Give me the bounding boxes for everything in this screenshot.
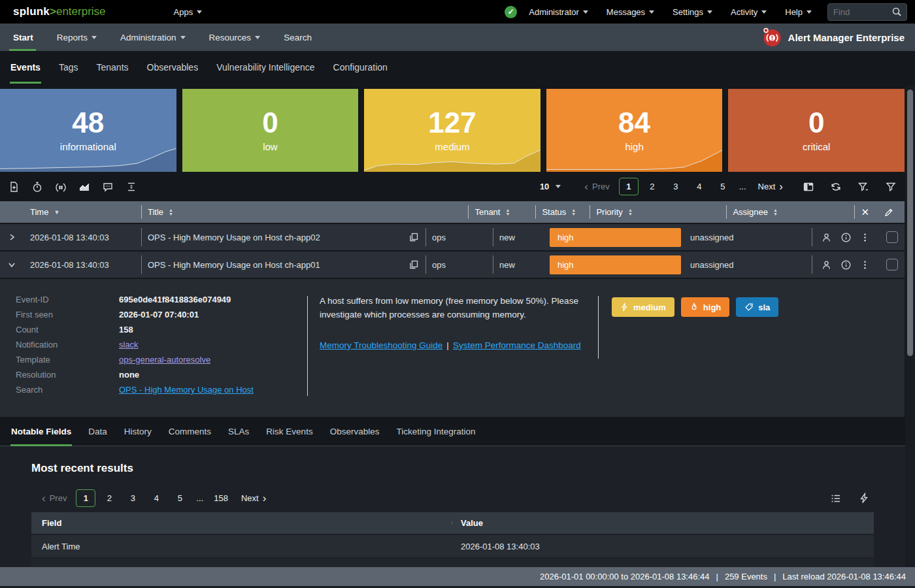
nav-item-reports[interactable]: Reports [45,24,108,51]
settings-label: Settings [673,7,703,17]
timer-icon[interactable] [29,178,46,195]
activity-menu[interactable]: Activity [722,0,776,24]
nav-item-start[interactable]: Start [0,24,45,51]
description-text: A host suffers from low memory (free mem… [320,295,581,322]
trend-chart-icon[interactable] [76,178,93,195]
scrollbar-track[interactable] [905,86,915,567]
tab-ticketing-integration[interactable]: Ticketing Integration [388,417,484,446]
help-menu[interactable]: Help [776,0,821,24]
tab-configuration[interactable]: Configuration [324,51,397,84]
tab-tenants[interactable]: Tenants [88,51,138,84]
next-page-button[interactable]: Next › [236,493,271,504]
page-5-button[interactable]: 5 [170,490,190,506]
kpi-card-medium[interactable]: 127 medium [364,89,541,172]
tab-comments[interactable]: Comments [160,417,220,446]
nav-item-administration[interactable]: Administration [108,24,197,51]
more-actions-icon[interactable] [859,232,871,243]
edit-columns-icon[interactable] [884,207,894,218]
prev-page-button[interactable]: ‹ Prev [37,493,72,504]
clear-filter-icon[interactable] [855,178,872,195]
assign-user-icon[interactable] [821,259,832,270]
tab-notable-fields[interactable]: Notable Fields [3,417,80,446]
row-checkbox[interactable] [886,259,898,270]
column-header-tenant[interactable]: Tenant ▲▼ [468,201,535,223]
row-checkbox[interactable] [886,231,898,243]
tag-sla-button[interactable]: sla [736,297,778,317]
collapse-rows-icon[interactable] [123,178,140,195]
account-menu[interactable]: Administrator [520,0,597,24]
prev-page-button[interactable]: ‹ Prev [579,181,614,192]
tag-medium-button[interactable]: medium [612,297,674,317]
page-4-button[interactable]: 4 [146,490,166,506]
page-2-button[interactable]: 2 [99,490,119,506]
kpi-card-critical[interactable]: 0 critical [728,89,905,172]
page-1-button[interactable]: 1 [76,489,95,507]
tab-tags[interactable]: Tags [50,51,88,84]
column-header-status[interactable]: Status ▲▼ [535,201,590,223]
field-value-row[interactable]: Alert Time 2026-01-08 13:40:03 [31,535,874,557]
kpi-card-low[interactable]: 0 low [182,89,359,172]
copy-icon[interactable] [408,259,419,270]
page-2-button[interactable]: 2 [642,178,662,195]
add-event-icon[interactable] [5,178,22,195]
event-row[interactable]: 2026-01-08 13:40:03 OPS - High Memory Us… [0,252,905,278]
page-5-button[interactable]: 5 [713,178,733,195]
tab-risk-events[interactable]: Risk Events [258,417,321,446]
kpi-card-informational[interactable]: 48 informational [0,89,176,172]
columns-icon[interactable] [800,178,817,195]
column-header-assignee[interactable]: Assignee ▲▼ [726,201,854,223]
performance-dashboard-link[interactable]: System Performance Dashboard [453,340,581,350]
quick-actions-icon[interactable] [859,493,869,504]
page-4-button[interactable]: 4 [690,178,709,195]
search-link[interactable]: OPS - High Memory Usage on Host [119,385,254,395]
troubleshooting-guide-link[interactable]: Memory Troubleshooting Guide [320,340,442,350]
expand-row-icon[interactable] [0,224,24,250]
close-icon[interactable]: ✕ [861,206,869,218]
info-icon[interactable] [840,259,852,270]
template-link[interactable]: ops-general-autoresolve [119,355,210,365]
tab-slas[interactable]: SLAs [220,417,258,446]
tab-vulnerability-intelligence[interactable]: Vulnerability Intelligence [207,51,324,84]
find-input[interactable] [828,7,891,17]
assign-user-icon[interactable] [821,232,832,243]
info-icon[interactable] [840,232,852,243]
settings-menu[interactable]: Settings [663,0,722,24]
sort-desc-icon: ▼ [54,209,59,216]
find-search[interactable] [827,3,907,21]
refresh-icon[interactable] [827,178,844,195]
event-count-icon[interactable] [52,178,69,195]
comments-icon[interactable] [99,178,116,195]
scrollbar-thumb[interactable] [907,90,913,356]
search-icon[interactable] [891,7,907,17]
copy-icon[interactable] [408,232,419,242]
notification-link[interactable]: slack [119,340,139,350]
tab-history[interactable]: History [116,417,160,446]
page-size-select[interactable]: 10 [540,182,561,191]
kpi-card-high[interactable]: 84 high [546,89,723,172]
health-check-icon[interactable]: ✓ [505,6,517,18]
nav-item-resources[interactable]: Resources [197,24,273,51]
list-view-icon[interactable] [830,493,842,504]
event-row[interactable]: 2026-01-08 13:40:03 OPS - High Memory Us… [0,224,905,250]
tab-label: Notable Fields [11,427,71,436]
messages-menu[interactable]: Messages [597,0,663,24]
filter-icon[interactable] [882,178,899,195]
apps-menu[interactable]: Apps [165,0,212,24]
collapse-row-icon[interactable] [0,252,24,278]
tag-high-button[interactable]: high [681,297,729,317]
tab-observables[interactable]: Observables [322,417,388,446]
column-header-time[interactable]: Time ▼ [24,201,141,223]
tab-data[interactable]: Data [80,417,116,446]
more-actions-icon[interactable] [859,259,871,270]
splunk-logo[interactable]: splunk > enterprise [13,5,106,18]
tab-observables[interactable]: Observables [138,51,208,84]
page-last-button[interactable]: 158 [210,490,232,506]
page-3-button[interactable]: 3 [666,178,686,195]
column-header-priority[interactable]: Priority ▲▼ [590,201,726,223]
column-header-title[interactable]: Title ▲▼ [141,201,468,223]
tab-events[interactable]: Events [1,51,50,84]
nav-item-search[interactable]: Search [272,24,324,51]
page-3-button[interactable]: 3 [123,490,142,506]
page-1-button[interactable]: 1 [619,178,639,195]
next-page-button[interactable]: Next › [753,181,788,192]
